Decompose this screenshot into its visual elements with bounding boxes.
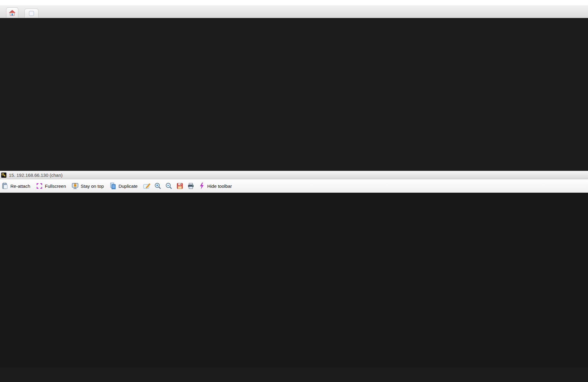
printer-icon (187, 182, 194, 190)
hide-toolbar-button[interactable]: Hide toolbar (198, 182, 232, 190)
zoom-out-icon (165, 182, 172, 190)
home-button[interactable] (6, 7, 18, 18)
pane-title: 15. 192.168.66.130 (chan) (9, 173, 63, 178)
fullscreen-button[interactable]: Fullscreen (36, 182, 66, 190)
save-icon (176, 182, 183, 190)
pencil-icon (143, 182, 151, 190)
zoom-in-icon (154, 182, 162, 190)
zoom-in-button[interactable] (154, 182, 162, 190)
pane-title-bar[interactable]: 15. 192.168.66.130 (chan) (0, 171, 588, 179)
tab-bar (0, 5, 588, 18)
edit-button[interactable] (143, 182, 151, 190)
duplicate-button[interactable]: Duplicate (109, 182, 138, 190)
lightning-icon (198, 182, 205, 190)
re-attach-icon (1, 182, 9, 190)
menu-bar (0, 0, 588, 5)
plus-icon (29, 11, 34, 16)
zoom-out-button[interactable] (165, 182, 172, 190)
duplicate-icon (109, 182, 117, 190)
tcpserver-terminal-pane[interactable] (0, 193, 588, 368)
new-tab-button[interactable] (24, 9, 38, 18)
save-button[interactable] (176, 182, 183, 190)
fullscreen-icon (36, 182, 43, 190)
terminal-toolbar: Re-attach Fullscreen Stay on top Duplica… (0, 179, 588, 193)
home-icon (9, 9, 16, 16)
cpu-memory-meters (0, 18, 588, 26)
stay-on-top-icon (71, 182, 79, 190)
re-attach-button[interactable]: Re-attach (1, 182, 30, 190)
stay-on-top-button[interactable]: Stay on top (71, 182, 104, 190)
htop-terminal-pane[interactable] (0, 18, 588, 171)
print-button[interactable] (187, 182, 194, 190)
session-key-icon (1, 173, 6, 178)
